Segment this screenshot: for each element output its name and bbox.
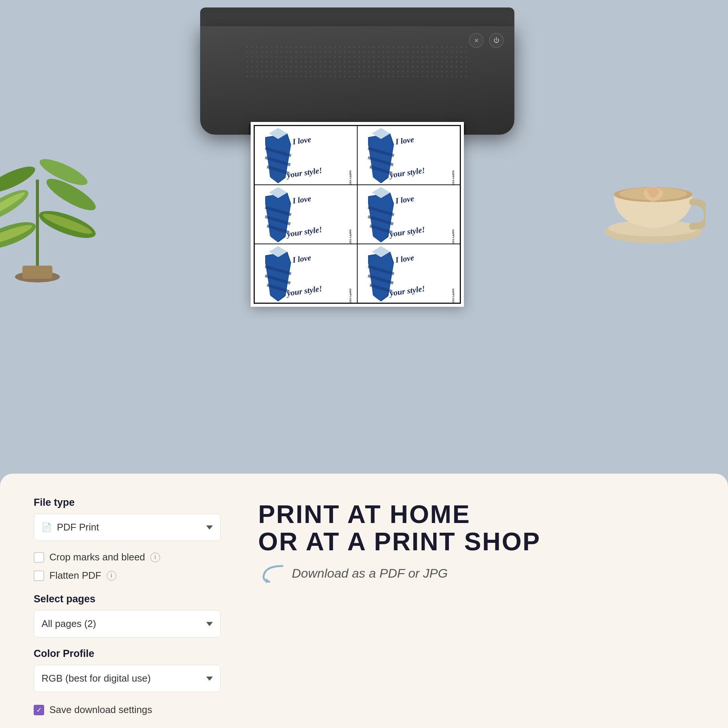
svg-text:your style!: your style! — [388, 225, 426, 239]
chevron-down-icon-3 — [206, 676, 213, 681]
background-scene: ✕ ⏻ — [0, 0, 728, 728]
color-profile-value: RGB (best for digital use) — [41, 673, 151, 684]
promo-section: PRINT AT HOME OR AT A PRINT SHOP Downloa… — [258, 497, 694, 585]
crop-marks-info-icon[interactable]: i — [150, 552, 160, 562]
svg-text:HAPPY FATHER'S DAY!: HAPPY FATHER'S DAY! — [349, 288, 352, 303]
svg-text:HAPPY FATHER'S DAY!: HAPPY FATHER'S DAY! — [349, 229, 352, 243]
svg-text:HAPPY FATHER'S DAY!: HAPPY FATHER'S DAY! — [452, 288, 454, 303]
coffee-cup-decoration — [601, 127, 705, 232]
color-profile-group: Color Profile RGB (best for digital use) — [34, 648, 221, 692]
file-type-select[interactable]: 📄 PDF Print — [34, 514, 221, 541]
svg-text:your style!: your style! — [286, 225, 323, 239]
chevron-down-icon — [206, 525, 213, 529]
file-type-group: File type 📄 PDF Print — [34, 497, 221, 541]
color-profile-select[interactable]: RGB (best for digital use) — [34, 665, 221, 692]
plant-decoration — [0, 105, 97, 292]
save-settings-label: Save download settings — [49, 704, 152, 716]
select-pages-select[interactable]: All pages (2) — [34, 610, 221, 638]
curved-arrow-icon — [258, 562, 288, 585]
save-settings-checkbox[interactable]: ✓ — [34, 705, 44, 715]
flatten-pdf-label: Flatten PDF — [49, 570, 101, 581]
crop-marks-row: Crop marks and bleed i — [34, 551, 221, 563]
crop-marks-label: Crop marks and bleed — [49, 551, 145, 563]
svg-text:I love: I love — [394, 135, 414, 147]
bottom-panel: File type 📄 PDF Print Crop marks and ble… — [0, 474, 728, 728]
svg-text:HAPPY FATHER'S DAY!: HAPPY FATHER'S DAY! — [349, 170, 352, 184]
select-pages-group: Select pages All pages (2) — [34, 593, 221, 638]
svg-text:I love: I love — [291, 253, 312, 265]
file-icon: 📄 — [41, 523, 52, 532]
svg-text:your style!: your style! — [388, 284, 426, 298]
promo-line2: OR AT A PRINT SHOP — [258, 528, 694, 555]
chevron-down-icon-2 — [206, 622, 213, 626]
color-profile-label: Color Profile — [34, 648, 221, 659]
select-pages-label: Select pages — [34, 593, 221, 605]
file-type-label: File type — [34, 497, 221, 508]
save-settings-row: ✓ Save download settings — [34, 704, 221, 716]
printed-paper: I love your style! HAPPY FATHER'S DAY! — [251, 122, 464, 307]
file-type-value: PDF Print — [57, 522, 99, 533]
svg-text:I love: I love — [394, 194, 414, 206]
svg-rect-1 — [23, 266, 52, 279]
crop-marks-checkbox[interactable] — [34, 552, 44, 563]
flatten-pdf-checkbox[interactable] — [34, 570, 44, 581]
select-pages-value: All pages (2) — [41, 618, 96, 629]
svg-text:I love: I love — [394, 253, 414, 265]
flatten-pdf-row: Flatten PDF i — [34, 570, 221, 581]
printer-assembly: ✕ ⏻ — [189, 8, 526, 135]
promo-line1: PRINT AT HOME — [258, 500, 694, 528]
form-section: File type 📄 PDF Print Crop marks and ble… — [34, 497, 221, 716]
svg-text:HAPPY FATHER'S DAY!: HAPPY FATHER'S DAY! — [452, 170, 454, 184]
svg-text:I love: I love — [291, 135, 312, 147]
svg-text:your style!: your style! — [286, 166, 323, 180]
svg-text:your style!: your style! — [388, 166, 426, 180]
svg-text:your style!: your style! — [286, 284, 323, 298]
flatten-pdf-info-icon[interactable]: i — [107, 571, 116, 581]
promo-sub: Download as a PDF or JPG — [292, 566, 448, 581]
svg-text:I love: I love — [291, 194, 312, 206]
svg-text:HAPPY FATHER'S DAY!: HAPPY FATHER'S DAY! — [452, 229, 454, 243]
